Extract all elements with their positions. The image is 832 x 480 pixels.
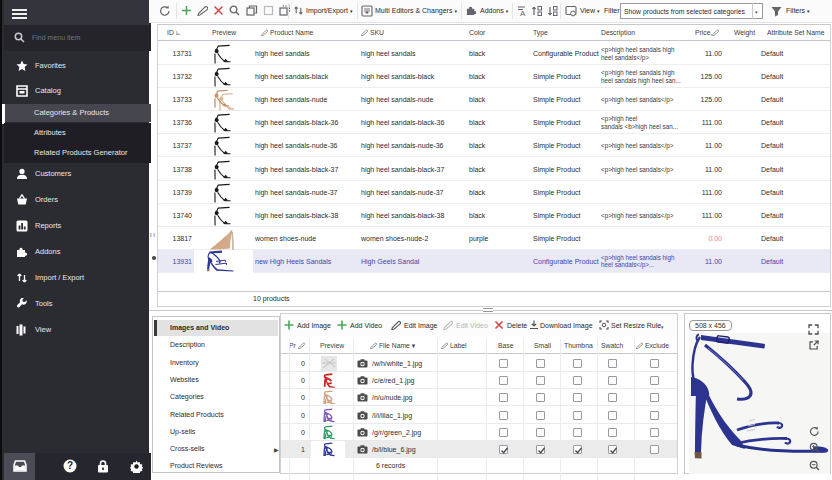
svg-text:A: A: [520, 9, 526, 17]
svg-text:?: ?: [67, 460, 73, 471]
